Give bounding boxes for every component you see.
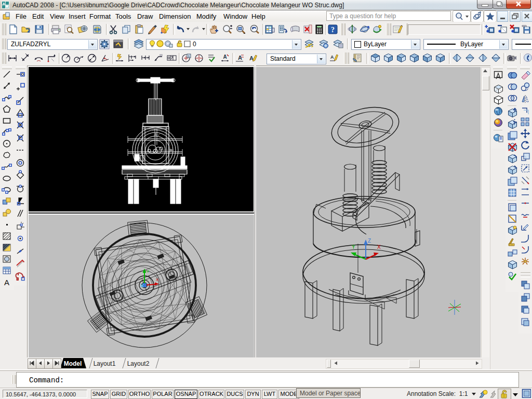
svg-text:Model: Model xyxy=(64,360,82,367)
svg-text:X: X xyxy=(156,277,159,282)
svg-text:A: A xyxy=(238,55,242,61)
svg-text:Layout1: Layout1 xyxy=(94,360,116,367)
svg-text:Y: Y xyxy=(157,133,160,138)
svg-text:X: X xyxy=(168,144,171,149)
svg-text:A: A xyxy=(330,55,334,60)
svg-text:Y: Y xyxy=(352,244,355,250)
svg-text:A: A xyxy=(223,54,227,60)
svg-text:X: X xyxy=(377,244,381,250)
svg-text:?: ? xyxy=(331,26,335,34)
svg-text:Layout2: Layout2 xyxy=(127,360,150,367)
svg-text:A: A xyxy=(4,278,9,287)
svg-text:Y: Y xyxy=(147,269,150,274)
svg-text:Z: Z xyxy=(368,238,371,244)
